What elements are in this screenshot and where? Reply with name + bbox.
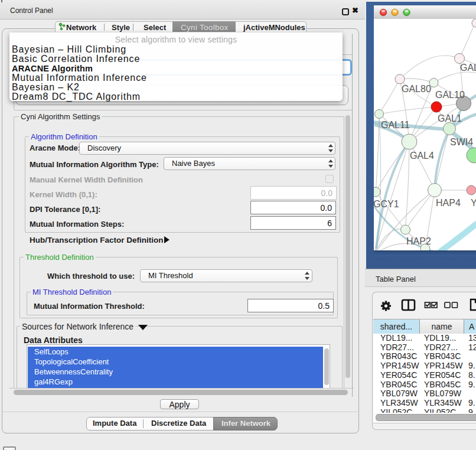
svg-text:Y: Y	[471, 198, 476, 208]
svg-text:HAP2: HAP2	[406, 236, 431, 246]
svg-text:GAL1: GAL1	[438, 113, 462, 123]
svg-text:GAL4: GAL4	[410, 151, 434, 161]
svg-text:HAP4: HAP4	[436, 198, 461, 208]
svg-text:SWI4: SWI4	[450, 137, 473, 147]
svg-text:GAL7: GAL7	[460, 63, 476, 73]
svg-text:GAL10: GAL10	[435, 90, 465, 100]
svg-text:GAL11: GAL11	[381, 120, 410, 130]
svg-text:GAL80: GAL80	[402, 84, 431, 94]
svg-text:GCY1: GCY1	[374, 199, 399, 209]
